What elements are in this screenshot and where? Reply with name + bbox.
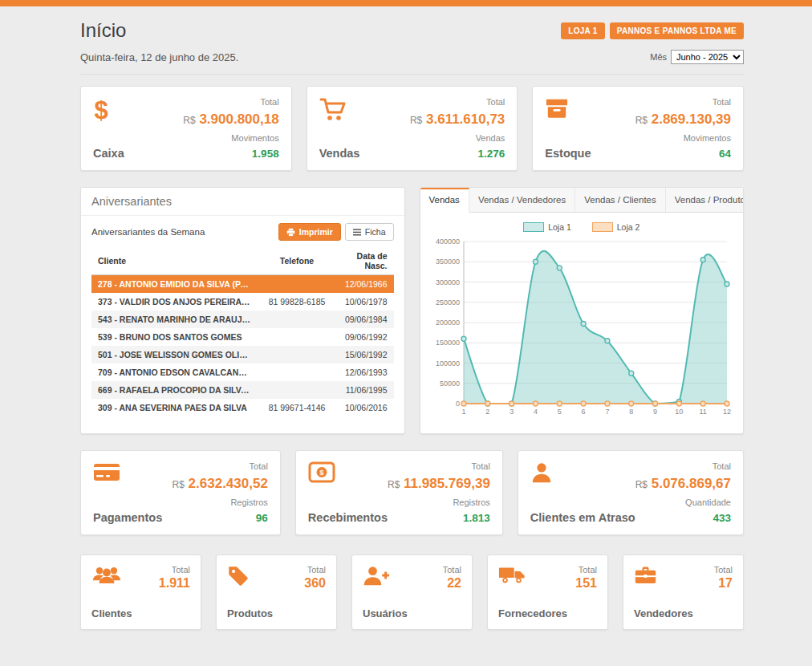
svg-text:150000: 150000	[435, 339, 459, 347]
metric2-value: 1.276	[410, 148, 505, 160]
total-label: Total	[410, 97, 505, 107]
tab-vendas-clientes[interactable]: Vendas / Clientes	[575, 188, 666, 212]
svg-text:250000: 250000	[435, 298, 459, 307]
store-button[interactable]: LOJA 1	[561, 22, 604, 39]
metric2-label: Registros	[173, 497, 268, 507]
svg-text:100000: 100000	[435, 359, 459, 368]
tab-vendas-vendedores[interactable]: Vendas / Vendedores	[469, 188, 575, 212]
card-label: Clientes em Atraso	[530, 511, 635, 524]
column-header-telefone: Telefone	[258, 248, 336, 275]
card-label: Recebimentos	[308, 511, 388, 524]
table-row[interactable]: 669 - RAFAELA PROCOPIO DA SILVA CA... 11…	[91, 381, 394, 399]
top-accent-bar	[0, 0, 812, 6]
total-label: Total	[173, 461, 268, 471]
table-row[interactable]: 373 - VALDIR DOS ANJOS PEREIRA (AN... 81…	[91, 293, 394, 311]
currency-prefix: R$	[635, 115, 648, 126]
table-row[interactable]: 709 - ANTONIO EDSON CAVALCANTE D... 12/0…	[91, 363, 394, 381]
loja2-swatch	[592, 222, 613, 232]
truck-icon	[498, 565, 567, 585]
svg-text:200000: 200000	[435, 319, 459, 327]
birthdays-title: Aniversariantes	[81, 188, 404, 216]
svg-text:0: 0	[455, 400, 459, 408]
people-icon	[91, 565, 132, 587]
sales-chart-panel: Vendas Vendas / Vendedores Vendas / Clie…	[420, 187, 745, 434]
svg-text:8: 8	[629, 408, 633, 416]
recebimentos-card: $ Recebimentos Total R$ 11.985.769,39 Re…	[295, 450, 503, 535]
total-value: 1.911	[159, 576, 190, 591]
legend-item-loja2[interactable]: Loja 2	[592, 222, 640, 232]
usuarios-card: Usuários Total 22	[351, 554, 473, 630]
total-value: 3.611.610,73	[426, 112, 505, 127]
loja1-swatch	[523, 222, 544, 232]
svg-text:300000: 300000	[435, 278, 459, 286]
svg-text:400000: 400000	[435, 238, 459, 246]
svg-text:4: 4	[533, 408, 537, 416]
svg-text:10: 10	[675, 408, 683, 416]
metric2-label: Quantidade	[635, 497, 731, 507]
card-label: Produtos	[227, 607, 273, 619]
svg-text:2: 2	[485, 408, 489, 416]
column-header-nascimento: Data de Nasc.	[336, 248, 394, 275]
main-container: Início LOJA 1 PANNOS E PANNOS LTDA ME Qu…	[80, 6, 744, 630]
card-label: Clientes	[91, 607, 132, 619]
table-row[interactable]: 539 - BRUNO DOS SANTOS GOMES 09/06/1992	[91, 328, 394, 346]
card-label: Pagamentos	[93, 511, 162, 524]
produtos-card: Produtos Total 360	[216, 554, 337, 630]
archive-box-icon	[545, 97, 591, 120]
legend-item-loja1[interactable]: Loja 1	[523, 222, 571, 232]
table-row[interactable]: 278 - ANTONIO EMIDIO DA SILVA (PALE... 1…	[91, 275, 394, 294]
vendas-card: Vendas Total R$ 3.611.610,73 Vendas 1.27…	[307, 86, 518, 171]
caixa-card: $ Caixa Total R$ 3.900.800,18 Movimentos…	[80, 86, 292, 171]
clientes-card: Clientes Total 1.911	[80, 554, 201, 630]
metric2-label: Registros	[388, 497, 490, 507]
birthdays-panel: Aniversariantes Aniversariantes da Seman…	[80, 187, 405, 434]
money-bill-icon: $	[308, 461, 388, 483]
total-label: Total	[635, 97, 731, 107]
total-value: 22	[443, 576, 461, 591]
metric2-label: Movimentos	[635, 133, 731, 143]
birthdays-table: Cliente Telefone Data de Nasc. 278 - ANT…	[91, 248, 394, 416]
fornecedores-card: Fornecedores Total 151	[487, 554, 608, 630]
total-label: Total	[304, 565, 326, 575]
table-row[interactable]: 309 - ANA SEVERINA PAES DA SILVA 81 9967…	[91, 399, 394, 416]
credit-card-icon	[93, 461, 162, 482]
svg-text:9: 9	[653, 408, 657, 416]
printer-icon	[286, 228, 295, 237]
company-button[interactable]: PANNOS E PANNOS LTDA ME	[610, 22, 744, 39]
svg-text:50000: 50000	[439, 380, 459, 388]
svg-text:11: 11	[699, 408, 706, 416]
metric2-value: 1.813	[388, 512, 490, 524]
briefcase-icon	[634, 565, 693, 586]
chart-legend: Loja 1 Loja 2	[427, 217, 737, 235]
month-label: Mês	[650, 52, 667, 62]
total-label: Total	[635, 461, 731, 471]
table-row[interactable]: 543 - RENATO MARINHO DE ARAUJO (F... 09/…	[91, 311, 394, 328]
svg-text:350000: 350000	[435, 258, 459, 266]
tab-vendas-produtos[interactable]: Vendas / Produtos	[666, 188, 744, 212]
table-row[interactable]: 501 - JOSE WELISSON GOMES OLIVEIR... 15/…	[91, 346, 394, 363]
total-label: Total	[714, 565, 733, 575]
tab-vendas[interactable]: Vendas	[420, 188, 469, 213]
metric2-value: 96	[173, 512, 268, 524]
total-label: Total	[443, 565, 461, 575]
total-value: 11.985.769,39	[404, 476, 490, 491]
card-label: Caixa	[93, 147, 124, 160]
svg-text:5: 5	[557, 408, 561, 416]
month-select[interactable]: Junho - 2025	[671, 50, 744, 64]
svg-text:3: 3	[510, 408, 514, 416]
clientes-atraso-card: Clientes em Atraso Total R$ 5.076.869,67…	[518, 450, 744, 535]
svg-text:$: $	[94, 97, 108, 123]
vendedores-card: Vendedores Total 17	[623, 554, 744, 630]
record-button[interactable]: Ficha	[345, 223, 394, 241]
total-label: Total	[575, 565, 597, 575]
card-label: Usuários	[363, 607, 408, 619]
currency-prefix: R$	[388, 479, 400, 490]
total-value: 360	[304, 576, 326, 591]
tag-icon	[227, 565, 273, 587]
sales-tabs: Vendas Vendas / Vendedores Vendas / Clie…	[420, 188, 744, 213]
currency-prefix: R$	[173, 479, 185, 490]
user-plus-icon	[363, 565, 408, 587]
sales-area-chart: 0500001000001500002000002500003000003500…	[427, 235, 735, 421]
metric2-label: Movimentos	[183, 133, 278, 143]
print-button[interactable]: Imprimir	[278, 223, 341, 241]
